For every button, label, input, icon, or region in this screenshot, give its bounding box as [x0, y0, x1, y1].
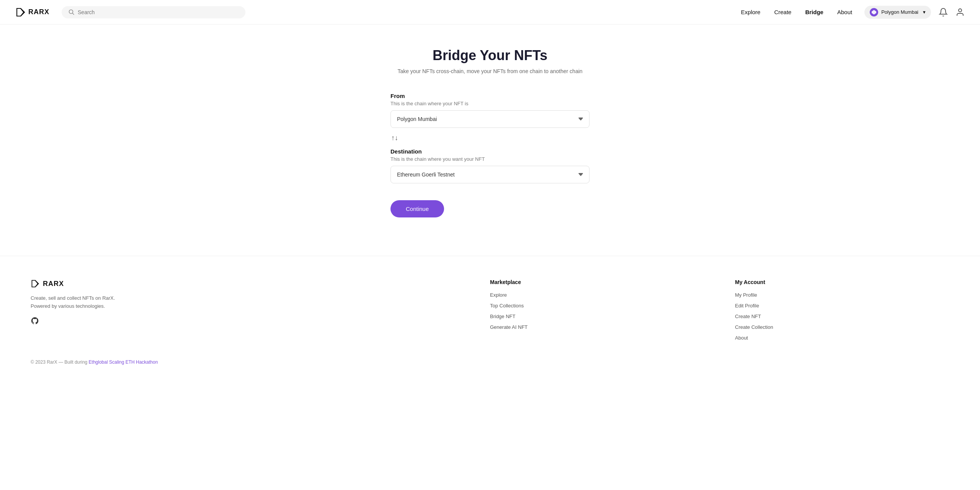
footer: RARX Create, sell and collect NFTs on Ra…	[0, 256, 980, 380]
header: RARX Explore Create Bridge About Polygon…	[0, 0, 980, 24]
list-item: Create Collection	[735, 323, 949, 330]
network-selector[interactable]: Polygon Mumbai ▾	[864, 6, 931, 19]
logo-text: RARX	[28, 8, 49, 16]
footer-marketplace-links: Explore Top Collections Bridge NFT Gener…	[490, 291, 704, 330]
nav-explore[interactable]: Explore	[741, 9, 761, 15]
footer-description: Create, sell and collect NFTs on RarX. P…	[31, 294, 130, 310]
page-subtitle: Take your NFTs cross-chain, move your NF…	[397, 68, 582, 74]
continue-button[interactable]: Continue	[390, 200, 444, 217]
polygon-icon	[871, 10, 877, 15]
footer-generate-ai-link[interactable]: Generate AI NFT	[490, 324, 528, 330]
footer-logo: RARX	[31, 279, 459, 288]
list-item: Top Collections	[490, 302, 704, 309]
notification-icon[interactable]	[939, 8, 948, 17]
footer-my-account-title: My Account	[735, 279, 949, 285]
list-item: Explore	[490, 291, 704, 298]
footer-brand: RARX Create, sell and collect NFTs on Ra…	[31, 279, 459, 341]
list-item: Generate AI NFT	[490, 323, 704, 330]
nav-about[interactable]: About	[837, 9, 852, 15]
network-label: Polygon Mumbai	[881, 9, 918, 15]
logo-icon	[15, 7, 26, 18]
footer-logo-text: RARX	[43, 280, 64, 288]
search-bar	[62, 6, 245, 18]
footer-inner: RARX Create, sell and collect NFTs on Ra…	[31, 279, 949, 341]
footer-about-link[interactable]: About	[735, 335, 748, 341]
footer-bottom: © 2023 RarX — Built during Ethglobal Sca…	[31, 359, 949, 365]
chevron-down-icon: ▾	[923, 9, 926, 15]
footer-bridge-nft-link[interactable]: Bridge NFT	[490, 314, 515, 319]
footer-explore-link[interactable]: Explore	[490, 292, 507, 298]
footer-my-account-links: My Profile Edit Profile Create NFT Creat…	[735, 291, 949, 341]
destination-label: Destination	[390, 148, 590, 155]
destination-section: Destination This is the chain where you …	[390, 148, 590, 183]
from-chain-select[interactable]: Polygon Mumbai Ethereum Mainnet Ethereum…	[390, 110, 590, 128]
footer-my-account-col: My Account My Profile Edit Profile Creat…	[735, 279, 949, 341]
list-item: Edit Profile	[735, 302, 949, 309]
page-title: Bridge Your NFTs	[433, 47, 547, 64]
swap-icon[interactable]: ↑↓	[391, 134, 398, 142]
main-nav: Explore Create Bridge About	[741, 9, 853, 15]
destination-chain-select[interactable]: Ethereum Goerli Testnet Polygon Mumbai E…	[390, 166, 590, 183]
github-icon[interactable]	[31, 317, 39, 325]
list-item: Create NFT	[735, 313, 949, 320]
svg-point-3	[959, 9, 962, 12]
from-hint: This is the chain where your NFT is	[390, 101, 590, 106]
footer-create-nft-link[interactable]: Create NFT	[735, 314, 761, 319]
destination-hint: This is the chain where you want your NF…	[390, 156, 590, 162]
svg-marker-2	[872, 10, 876, 15]
list-item: Bridge NFT	[490, 313, 704, 320]
swap-icon-container: ↑↓	[390, 134, 590, 142]
network-icon	[870, 8, 878, 16]
from-label: From	[390, 93, 590, 99]
copyright-text: © 2023 RarX — Built during	[31, 359, 89, 365]
search-input[interactable]	[78, 9, 238, 15]
nav-create[interactable]: Create	[774, 9, 791, 15]
search-icon	[69, 9, 75, 15]
logo[interactable]: RARX	[15, 7, 49, 18]
footer-top-collections-link[interactable]: Top Collections	[490, 303, 524, 309]
footer-marketplace-title: Marketplace	[490, 279, 704, 285]
footer-create-collection-link[interactable]: Create Collection	[735, 324, 773, 330]
bridge-form: From This is the chain where your NFT is…	[390, 93, 590, 217]
list-item: My Profile	[735, 291, 949, 298]
footer-marketplace-col: Marketplace Explore Top Collections Brid…	[490, 279, 704, 341]
footer-edit-profile-link[interactable]: Edit Profile	[735, 303, 759, 309]
main-content: Bridge Your NFTs Take your NFTs cross-ch…	[0, 24, 980, 256]
header-right: Polygon Mumbai ▾	[864, 6, 965, 19]
hackathon-link[interactable]: Ethglobal Scaling ETH Hackathon	[89, 359, 158, 365]
nav-bridge[interactable]: Bridge	[805, 9, 823, 15]
user-icon[interactable]	[956, 8, 965, 17]
footer-logo-icon	[31, 279, 40, 288]
svg-line-1	[73, 13, 74, 15]
list-item: About	[735, 334, 949, 341]
footer-my-profile-link[interactable]: My Profile	[735, 292, 757, 298]
from-section: From This is the chain where your NFT is…	[390, 93, 590, 128]
